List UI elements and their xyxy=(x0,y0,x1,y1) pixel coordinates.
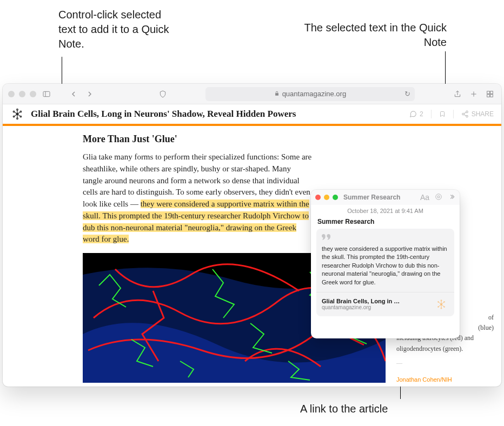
quick-note-card: they were considered a supportive matrix… xyxy=(316,229,454,316)
text-format-icon[interactable]: Aa xyxy=(420,193,429,202)
tab-overview-icon[interactable] xyxy=(484,88,496,100)
svg-rect-5 xyxy=(490,91,493,94)
quick-note-window[interactable]: Summer Research Aa October 18, 2021 at 9… xyxy=(311,190,460,338)
chevron-right-icon[interactable] xyxy=(448,193,455,202)
svg-point-23 xyxy=(466,115,468,117)
quick-note-action-icon[interactable] xyxy=(435,193,442,202)
svg-point-27 xyxy=(436,194,442,199)
site-logo-icon[interactable] xyxy=(10,107,24,121)
svg-line-37 xyxy=(439,304,442,307)
svg-rect-0 xyxy=(43,91,50,96)
svg-line-25 xyxy=(464,112,466,114)
svg-line-15 xyxy=(14,111,17,114)
svg-point-22 xyxy=(462,113,464,115)
svg-line-38 xyxy=(441,304,445,307)
article-header-bar: Glial Brain Cells, Long in Neurons' Shad… xyxy=(3,104,501,126)
minimize-window-icon[interactable] xyxy=(19,91,25,97)
svg-rect-7 xyxy=(490,94,493,97)
quick-note-link-url: quantamagazine.org xyxy=(322,304,429,310)
article-headline: Glial Brain Cells, Long in Neurons' Shad… xyxy=(31,109,409,119)
lock-icon xyxy=(274,91,280,97)
maximize-icon[interactable] xyxy=(333,195,338,200)
svg-line-24 xyxy=(464,115,466,116)
article-paragraph[interactable]: Glia take many forms to perform their sp… xyxy=(83,151,313,245)
quick-note-link-title: Glial Brain Cells, Long in … xyxy=(322,298,429,304)
quick-note-note-title[interactable]: Summer Research xyxy=(311,217,460,229)
back-icon[interactable] xyxy=(68,88,79,100)
site-logo-icon xyxy=(434,297,449,312)
comment-count: 2 xyxy=(420,110,423,118)
article-actions: 2 SHARE xyxy=(409,110,494,118)
quick-note-quote-text[interactable]: they were considered a supportive matrix… xyxy=(316,243,454,292)
svg-line-36 xyxy=(441,302,445,304)
share-button[interactable]: SHARE xyxy=(461,110,494,118)
svg-point-21 xyxy=(466,111,468,113)
callout-selected-text: The selected text in the Quick Note xyxy=(301,21,447,50)
safari-toolbar: quantamagazine.org ↻ xyxy=(3,84,501,104)
close-icon[interactable] xyxy=(315,195,321,200)
share-label: SHARE xyxy=(472,110,494,118)
safari-window: quantamagazine.org ↻ Glial Brain Cell xyxy=(3,84,501,387)
url-display: quantamagazine.org xyxy=(282,90,347,98)
new-tab-icon[interactable] xyxy=(468,88,480,100)
callout-control-click: Control-click selected text to add it to… xyxy=(58,8,177,51)
image-credit[interactable]: Jonathan Cohen/NIH xyxy=(396,375,494,385)
svg-line-16 xyxy=(17,111,21,114)
quick-note-timestamp: October 18, 2021 at 9:41 AM xyxy=(311,205,460,217)
svg-rect-6 xyxy=(487,94,490,97)
sidebar-toggle-icon[interactable] xyxy=(41,88,52,100)
svg-rect-4 xyxy=(487,91,490,94)
quick-note-link[interactable]: Glial Brain Cells, Long in … quantamagaz… xyxy=(316,292,454,316)
share-icon[interactable] xyxy=(452,88,463,100)
window-traffic-lights[interactable] xyxy=(8,91,36,97)
privacy-report-icon[interactable] xyxy=(157,88,169,100)
quick-note-window-title: Summer Research xyxy=(343,194,416,201)
svg-line-35 xyxy=(439,302,442,304)
address-bar[interactable]: quantamagazine.org ↻ xyxy=(205,87,415,101)
callout-article-link: A link to the article xyxy=(300,402,388,416)
svg-line-18 xyxy=(17,114,21,117)
svg-line-17 xyxy=(14,114,17,117)
quote-icon xyxy=(316,229,454,243)
bookmark-button[interactable] xyxy=(439,110,446,118)
forward-icon[interactable] xyxy=(84,88,96,100)
close-window-icon[interactable] xyxy=(8,91,15,97)
section-title: More Than Just 'Glue' xyxy=(83,134,501,145)
quick-note-titlebar[interactable]: Summer Research Aa xyxy=(311,190,460,205)
comments-button[interactable]: 2 xyxy=(409,110,423,118)
article-body: More Than Just 'Glue' Glia take many for… xyxy=(3,126,501,387)
reload-icon[interactable]: ↻ xyxy=(404,90,410,98)
minimize-icon[interactable] xyxy=(324,195,329,200)
maximize-window-icon[interactable] xyxy=(30,91,36,97)
